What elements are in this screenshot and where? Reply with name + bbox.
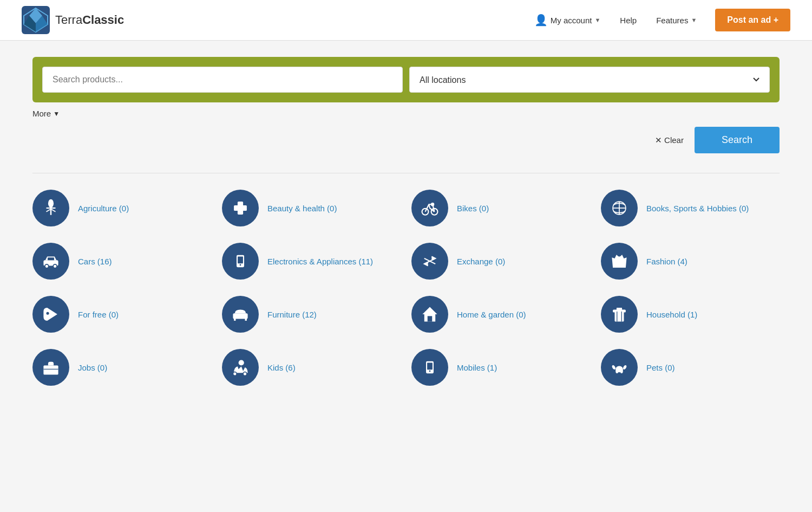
agriculture-icon bbox=[32, 190, 69, 226]
category-item-furniture[interactable]: Furniture (12) bbox=[222, 296, 401, 333]
for-free-icon bbox=[32, 296, 69, 333]
help-nav[interactable]: Help bbox=[612, 11, 644, 29]
exchange-icon bbox=[411, 243, 448, 280]
bikes-label: Bikes (0) bbox=[457, 203, 489, 214]
svg-rect-28 bbox=[245, 318, 247, 321]
furniture-icon bbox=[222, 296, 259, 333]
actions-row: ✕ Clear Search bbox=[32, 122, 780, 162]
category-item-mobiles[interactable]: Mobiles (1) bbox=[411, 349, 590, 386]
svg-point-25 bbox=[47, 312, 49, 315]
fashion-label: Fashion (4) bbox=[646, 256, 687, 267]
mobiles-icon bbox=[411, 349, 448, 386]
category-item-kids[interactable]: Kids (6) bbox=[222, 349, 401, 386]
category-item-exchange[interactable]: Exchange (0) bbox=[411, 243, 590, 280]
kids-icon bbox=[222, 349, 259, 386]
svg-rect-21 bbox=[48, 257, 54, 260]
svg-rect-30 bbox=[428, 316, 433, 321]
svg-rect-11 bbox=[234, 205, 247, 211]
svg-rect-42 bbox=[427, 363, 433, 370]
category-item-home-garden[interactable]: Home & garden (0) bbox=[411, 296, 590, 333]
search-box-wrapper: All locations New York Los Angeles Chica… bbox=[32, 57, 780, 102]
category-item-beauty-health[interactable]: Beauty & health (0) bbox=[222, 190, 401, 226]
location-select[interactable]: All locations New York Los Angeles Chica… bbox=[409, 67, 770, 93]
logo-icon bbox=[22, 6, 50, 34]
svg-point-47 bbox=[623, 365, 627, 370]
svg-rect-31 bbox=[615, 312, 624, 322]
kids-label: Kids (6) bbox=[267, 362, 296, 373]
more-row[interactable]: More ▼ bbox=[32, 102, 780, 122]
svg-rect-35 bbox=[617, 308, 622, 310]
beauty-health-icon bbox=[222, 190, 259, 226]
svg-line-8 bbox=[47, 209, 51, 212]
category-item-household[interactable]: Household (1) bbox=[601, 296, 780, 333]
books-sports-hobbies-icon bbox=[601, 190, 638, 226]
clear-button[interactable]: ✕ Clear bbox=[655, 135, 684, 145]
help-label: Help bbox=[620, 16, 637, 25]
header-nav: 👤 My account ▼ Help Features ▼ Post an a… bbox=[527, 9, 790, 31]
cars-icon bbox=[32, 243, 69, 280]
header: TerraClassic 👤 My account ▼ Help Feature… bbox=[0, 0, 812, 41]
my-account-label: My account bbox=[551, 16, 592, 25]
pets-label: Pets (0) bbox=[646, 362, 675, 373]
svg-line-9 bbox=[51, 209, 56, 212]
home-garden-label: Home & garden (0) bbox=[457, 309, 526, 320]
svg-point-20 bbox=[53, 264, 57, 268]
category-item-pets[interactable]: Pets (0) bbox=[601, 349, 780, 386]
category-item-cars[interactable]: Cars (16) bbox=[32, 243, 211, 280]
more-label: More bbox=[32, 109, 51, 118]
cars-label: Cars (16) bbox=[78, 256, 112, 267]
jobs-icon bbox=[32, 349, 69, 386]
svg-rect-36 bbox=[43, 366, 58, 375]
fashion-icon bbox=[601, 243, 638, 280]
svg-point-14 bbox=[431, 203, 434, 205]
home-garden-icon bbox=[411, 296, 448, 333]
my-account-chevron-icon: ▼ bbox=[594, 17, 600, 23]
agriculture-label: Agriculture (0) bbox=[78, 203, 129, 214]
svg-point-43 bbox=[429, 371, 431, 372]
categories-grid: Agriculture (0)Beauty & health (0)Bikes … bbox=[32, 190, 780, 386]
my-account-nav[interactable]: 👤 My account ▼ bbox=[527, 9, 608, 31]
svg-point-46 bbox=[611, 365, 616, 370]
user-icon: 👤 bbox=[534, 14, 548, 27]
for-free-label: For free (0) bbox=[78, 309, 119, 320]
features-nav[interactable]: Features ▼ bbox=[649, 11, 704, 29]
svg-point-48 bbox=[615, 366, 623, 372]
household-label: Household (1) bbox=[646, 309, 697, 320]
category-item-jobs[interactable]: Jobs (0) bbox=[32, 349, 211, 386]
category-item-agriculture[interactable]: Agriculture (0) bbox=[32, 190, 211, 226]
more-chevron-icon: ▼ bbox=[53, 110, 60, 118]
categories-section: Agriculture (0)Beauty & health (0)Bikes … bbox=[0, 173, 812, 402]
logo[interactable]: TerraClassic bbox=[22, 6, 527, 34]
search-section: All locations New York Los Angeles Chica… bbox=[0, 41, 812, 173]
bikes-icon bbox=[411, 190, 448, 226]
category-item-books-sports-hobbies[interactable]: Books, Sports & Hobbies (0) bbox=[601, 190, 780, 226]
logo-text: TerraClassic bbox=[55, 13, 124, 27]
svg-point-24 bbox=[240, 264, 241, 266]
svg-point-19 bbox=[45, 264, 49, 268]
svg-point-39 bbox=[233, 372, 237, 376]
jobs-label: Jobs (0) bbox=[78, 362, 107, 373]
pets-icon bbox=[601, 349, 638, 386]
books-sports-hobbies-label: Books, Sports & Hobbies (0) bbox=[646, 203, 749, 214]
svg-point-40 bbox=[243, 372, 247, 376]
mobiles-label: Mobiles (1) bbox=[457, 362, 497, 373]
category-item-electronics-appliances[interactable]: Electronics & Appliances (11) bbox=[222, 243, 401, 280]
search-button[interactable]: Search bbox=[695, 127, 780, 153]
furniture-label: Furniture (12) bbox=[267, 309, 317, 320]
features-label: Features bbox=[656, 16, 688, 25]
household-icon bbox=[601, 296, 638, 333]
features-chevron-icon: ▼ bbox=[691, 17, 697, 23]
search-products-input[interactable] bbox=[42, 67, 403, 93]
exchange-label: Exchange (0) bbox=[457, 256, 505, 267]
post-ad-button[interactable]: Post an ad + bbox=[715, 9, 790, 31]
svg-rect-23 bbox=[238, 257, 243, 264]
svg-rect-27 bbox=[234, 318, 235, 321]
electronics-appliances-icon bbox=[222, 243, 259, 280]
svg-point-38 bbox=[239, 360, 244, 365]
beauty-health-label: Beauty & health (0) bbox=[267, 203, 337, 214]
electronics-appliances-label: Electronics & Appliances (11) bbox=[267, 256, 373, 267]
category-item-for-free[interactable]: For free (0) bbox=[32, 296, 211, 333]
category-item-fashion[interactable]: Fashion (4) bbox=[601, 243, 780, 280]
category-item-bikes[interactable]: Bikes (0) bbox=[411, 190, 590, 226]
